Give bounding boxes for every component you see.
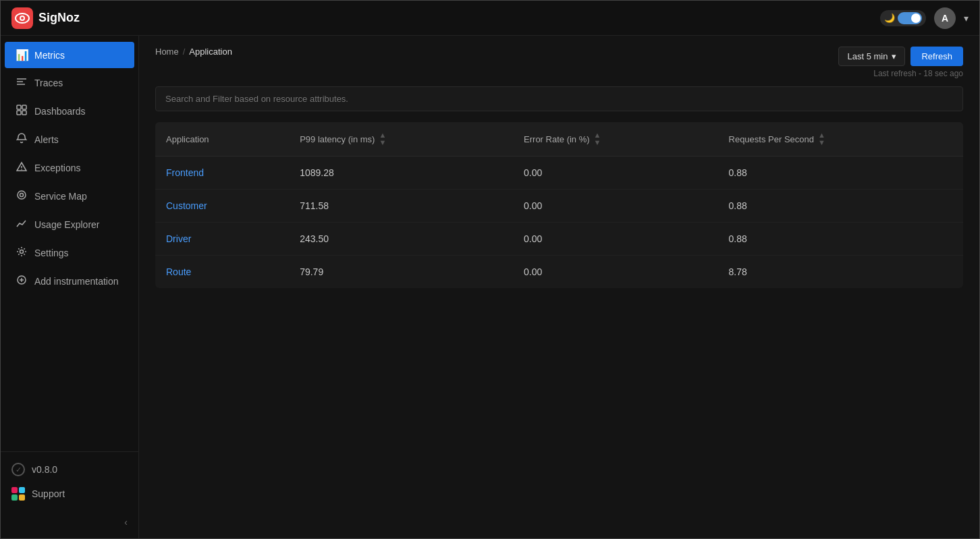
cell-application: Driver (155, 223, 289, 256)
cell-application: Frontend (155, 157, 289, 190)
cell-rps: 0.88 (718, 190, 963, 223)
time-selector-chevron-icon: ▾ (892, 51, 896, 61)
app-link-driver[interactable]: Driver (166, 233, 191, 244)
theme-toggle[interactable]: 🌙 (880, 10, 926, 26)
settings-icon (16, 246, 28, 260)
sidebar-bottom: ✓ v0.8.0 Support (1, 451, 138, 511)
sidebar-item-settings[interactable]: Settings (5, 239, 134, 266)
svg-rect-7 (17, 105, 21, 109)
collapse-icon: ‹ (124, 517, 128, 528)
avatar[interactable]: A (934, 7, 956, 29)
topbar-right: 🌙 A ▾ (880, 7, 969, 29)
col-p99latency[interactable]: P99 latency (in ms) ▲▼ (289, 122, 513, 157)
usage-explorer-icon (16, 218, 28, 231)
table-body: Frontend 1089.28 0.00 0.88 Customer 711.… (155, 157, 963, 289)
col-rps[interactable]: Requests Per Second ▲▼ (718, 122, 963, 157)
logo-area: SigNoz (11, 7, 880, 29)
sidebar-item-label-service-map: Service Map (34, 191, 87, 202)
col-rps-sortable[interactable]: Requests Per Second ▲▼ (729, 132, 952, 146)
cell-application: Route (155, 256, 289, 289)
add-instrumentation-icon (16, 275, 28, 288)
avatar-chevron-icon[interactable]: ▾ (964, 13, 969, 24)
search-input[interactable] (155, 86, 963, 111)
traces-icon (16, 76, 28, 90)
header-controls-row: Last 5 min ▾ Refresh (838, 47, 963, 66)
topbar: SigNoz 🌙 A ▾ (1, 1, 979, 36)
time-selector-label: Last 5 min (847, 51, 888, 61)
table-header-row: Application P99 latency (in ms) ▲▼ (155, 122, 963, 157)
sidebar-item-usage-explorer[interactable]: Usage Explorer (5, 211, 134, 238)
table-row: Route 79.79 0.00 8.78 (155, 256, 963, 289)
svg-point-13 (21, 169, 22, 170)
support-label: Support (32, 488, 65, 499)
app-link-route[interactable]: Route (166, 266, 191, 277)
slack-icon (11, 487, 25, 501)
sidebar-item-label-add-instrumentation: Add instrumentation (34, 276, 119, 287)
sidebar-support[interactable]: Support (5, 482, 134, 506)
sidebar-item-label-alerts: Alerts (34, 134, 59, 145)
toggle-switch[interactable] (898, 12, 922, 24)
breadcrumb-separator: / (183, 47, 186, 57)
cell-p99latency: 243.50 (289, 223, 513, 256)
col-errorrate-sortable[interactable]: Error Rate (in %) ▲▼ (524, 132, 707, 146)
app-link-customer[interactable]: Customer (166, 200, 207, 211)
col-rps-label: Requests Per Second (729, 134, 814, 144)
cell-p99latency: 1089.28 (289, 157, 513, 190)
sidebar-item-label-settings: Settings (34, 248, 69, 258)
header-controls: Last 5 min ▾ Refresh Last refresh - 18 s… (838, 47, 963, 78)
last-refresh-text: Last refresh - 18 sec ago (873, 69, 963, 78)
applications-table: Application P99 latency (in ms) ▲▼ (155, 122, 963, 288)
main-layout: 📊 Metrics Traces Dashboards Alerts (1, 36, 979, 538)
cell-errorrate: 0.00 (513, 256, 717, 289)
sidebar-item-alerts[interactable]: Alerts (5, 126, 134, 153)
version-label: v0.8.0 (32, 464, 57, 475)
sidebar-item-traces[interactable]: Traces (5, 69, 134, 96)
sidebar-item-label-usage-explorer: Usage Explorer (34, 219, 100, 230)
sidebar-item-metrics[interactable]: 📊 Metrics (5, 42, 134, 68)
table-container: Application P99 latency (in ms) ▲▼ (139, 122, 979, 288)
sidebar-collapse-button[interactable]: ‹ (1, 511, 138, 533)
dashboards-icon (16, 105, 28, 118)
sidebar-item-label-traces: Traces (34, 78, 63, 88)
search-container (139, 86, 979, 122)
sidebar-item-dashboards[interactable]: Dashboards (5, 98, 134, 125)
cell-errorrate: 0.00 (513, 190, 717, 223)
table-header: Application P99 latency (in ms) ▲▼ (155, 122, 963, 157)
cell-rps: 8.78 (718, 256, 963, 289)
exceptions-icon (16, 161, 28, 175)
sort-icon-errorrate: ▲▼ (594, 132, 601, 146)
service-map-icon (16, 190, 28, 203)
sidebar-item-label-metrics: Metrics (34, 50, 65, 61)
cell-rps: 0.88 (718, 223, 963, 256)
svg-rect-8 (22, 105, 26, 109)
sidebar-item-service-map[interactable]: Service Map (5, 183, 134, 210)
cell-errorrate: 0.00 (513, 157, 717, 190)
col-p99latency-label: P99 latency (in ms) (300, 134, 375, 144)
sidebar-item-add-instrumentation[interactable]: Add instrumentation (5, 268, 134, 295)
version-check-icon: ✓ (11, 463, 25, 476)
cell-p99latency: 79.79 (289, 256, 513, 289)
app-link-frontend[interactable]: Frontend (166, 167, 204, 178)
col-application-label: Application (166, 134, 209, 144)
main-content: Home / Application Last 5 min ▾ Refresh … (139, 36, 979, 538)
breadcrumb-current: Application (189, 47, 232, 57)
svg-point-15 (20, 194, 24, 197)
refresh-button[interactable]: Refresh (910, 47, 963, 66)
cell-rps: 0.88 (718, 157, 963, 190)
logo-icon (11, 7, 33, 29)
col-errorrate[interactable]: Error Rate (in %) ▲▼ (513, 122, 717, 157)
svg-rect-10 (22, 111, 26, 115)
sort-icon-rps: ▲▼ (818, 132, 825, 146)
svg-point-3 (21, 17, 24, 20)
col-p99latency-sortable[interactable]: P99 latency (in ms) ▲▼ (300, 132, 502, 146)
breadcrumb: Home / Application (155, 47, 232, 57)
sidebar-item-exceptions[interactable]: Exceptions (5, 154, 134, 181)
breadcrumb-home[interactable]: Home (155, 47, 179, 57)
col-application: Application (155, 122, 289, 157)
alerts-icon (16, 133, 28, 146)
svg-point-16 (20, 250, 24, 254)
time-selector[interactable]: Last 5 min ▾ (838, 47, 905, 66)
col-errorrate-label: Error Rate (in %) (524, 134, 590, 144)
sidebar-item-label-dashboards: Dashboards (34, 106, 86, 117)
table-row: Customer 711.58 0.00 0.88 (155, 190, 963, 223)
